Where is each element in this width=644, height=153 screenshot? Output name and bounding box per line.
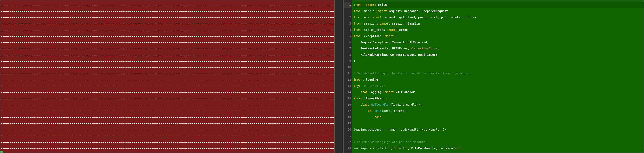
dashed-placeholder-row [0,114,334,120]
left-dashed-rows [0,1,334,152]
dashed-placeholder-row [0,46,334,52]
line-number: 1 [344,8,351,14]
dashed-placeholder-row [0,71,334,77]
line-number: 22 [344,139,351,145]
line-number: 21 [344,133,351,139]
code-line[interactable]: # FileModeWarnings go off per the defaul… [354,139,644,145]
line-number: 20 [344,126,351,133]
dashed-placeholder-row [0,102,334,108]
code-line[interactable]: warnings.simplefilter('default', FileMod… [354,145,644,151]
line-number: 7 [344,45,351,52]
dashed-placeholder-row [0,133,334,139]
line-number: 17 [344,108,351,114]
line-number: 13 [344,83,351,89]
dashed-placeholder-row [0,8,334,15]
code-line[interactable]: from .api import request, get, head, pos… [354,14,644,20]
code-line[interactable]: ) [354,58,644,64]
dashed-placeholder-row [0,64,334,71]
line-number: 18 [344,114,351,120]
line-number: 5 [344,33,351,39]
dashed-placeholder-row [0,15,334,21]
code-line[interactable]: try: # Python 2.7+ [354,83,644,89]
line-number: 14 [344,89,351,95]
code-line[interactable] [354,64,644,70]
line-number: 10 [344,64,351,70]
code-area[interactable]: from . import utilsfrom .models import R… [352,1,644,152]
code-line[interactable]: TooManyRedirects, HTTPError, ConnectionE… [354,45,644,52]
line-number-gutter: 11234567891011121314151617181920212223 [344,1,352,152]
code-line[interactable]: def emit(self, record): [354,108,644,114]
dashed-placeholder-row [0,27,334,33]
line-number: 6 [344,39,351,45]
line-number: 3 [344,20,351,27]
dashed-placeholder-row [0,120,334,127]
dashed-placeholder-row [0,21,334,27]
code-line[interactable]: from .status_codes import codes [354,27,644,33]
code-line[interactable]: pass [354,114,644,120]
line-number: 12 [344,77,351,83]
code-line[interactable] [354,120,644,126]
dashed-placeholder-row [0,96,334,102]
left-cursor-indicator [0,151,3,152]
code-line[interactable]: RequestException, Timeout, URLRequired, [354,39,644,45]
line-number: 4 [344,27,351,33]
dashed-placeholder-row [0,52,334,58]
dashed-placeholder-row [0,77,334,83]
code-line[interactable]: class NullHandler(logging.Handler): [354,101,644,108]
line-number: 1 [344,2,351,8]
line-number: 8 [344,52,351,58]
code-line[interactable]: from .exceptions import ( [354,33,644,39]
left-pane[interactable] [0,0,335,153]
code-line[interactable]: FileModeWarning, ConnectTimeout, ReadTim… [354,52,644,58]
code-line[interactable]: # Set default logging handler to avoid "… [354,70,644,77]
line-number: 11 [344,70,351,77]
dashed-placeholder-row [0,145,334,152]
code-line[interactable]: from . import utils [354,2,644,8]
code-line[interactable] [354,133,644,139]
dashed-placeholder-row [0,58,334,64]
pane-divider[interactable] [335,0,343,153]
code-line[interactable]: from .models import Request, Response, P… [354,8,644,14]
code-line[interactable]: from logging import NullHandler [354,89,644,95]
dashed-placeholder-row [0,83,334,89]
line-number: 9 [344,58,351,64]
dashed-placeholder-row [0,127,334,133]
dashed-placeholder-row [0,108,334,114]
right-pane[interactable]: 11234567891011121314151617181920212223 f… [343,0,644,153]
code-line[interactable]: except ImportError: [354,95,644,101]
diff-split-view: 11234567891011121314151617181920212223 f… [0,0,644,153]
dashed-placeholder-row [0,139,334,145]
dashed-placeholder-row [0,89,334,96]
line-number: 16 [344,101,351,108]
line-number: 19 [344,120,351,126]
code-line[interactable]: import logging [354,77,644,83]
dashed-placeholder-row [0,2,334,8]
line-number: 15 [344,95,351,101]
line-number: 2 [344,14,351,20]
code-line[interactable]: logging.getLogger(__name__).addHandler(N… [354,126,644,133]
dashed-placeholder-row [0,40,334,46]
dashed-placeholder-row [0,33,334,40]
code-line[interactable]: from .sessions import session, Session [354,20,644,27]
line-number: 23 [344,145,351,151]
